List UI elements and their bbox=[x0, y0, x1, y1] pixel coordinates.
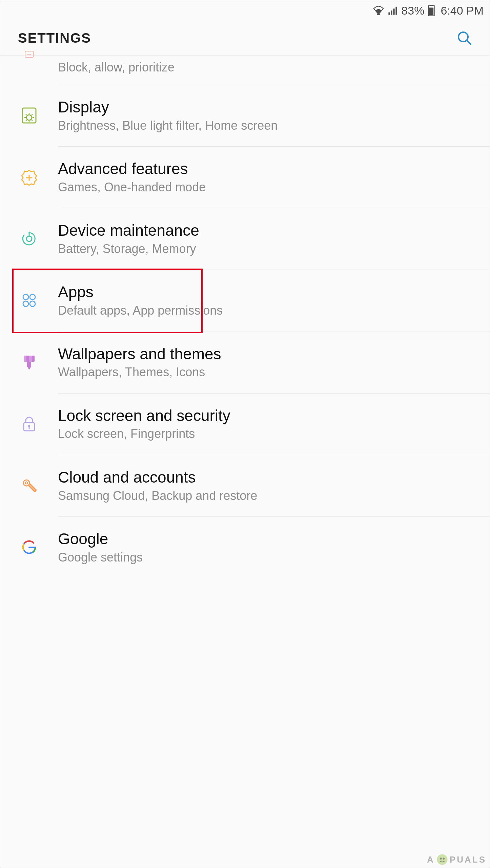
battery-pct: 83% bbox=[401, 4, 424, 17]
watermark-text-b: PUALS bbox=[450, 854, 486, 865]
search-button[interactable] bbox=[455, 29, 474, 48]
app-bar: SETTINGS bbox=[0, 21, 490, 56]
settings-list: Block, allow, prioritize DisplayBrightne… bbox=[0, 56, 490, 578]
settings-item-subtitle: Games, One-handed mode bbox=[58, 180, 479, 194]
divider bbox=[58, 146, 490, 147]
settings-item-subtitle: Google settings bbox=[58, 550, 479, 565]
settings-item-subtitle: Samsung Cloud, Backup and restore bbox=[58, 488, 479, 503]
divider bbox=[58, 208, 490, 208]
battery-icon bbox=[428, 5, 435, 16]
settings-item-text: GoogleGoogle settings bbox=[58, 530, 490, 565]
settings-item-subtitle: Wallpapers, Themes, Icons bbox=[58, 365, 479, 379]
settings-item-title: Lock screen and security bbox=[58, 407, 479, 425]
svg-rect-1 bbox=[391, 10, 392, 15]
settings-item-advanced[interactable]: Advanced featuresGames, One-handed mode bbox=[0, 146, 490, 208]
divider bbox=[58, 332, 490, 332]
settings-item-title: Google bbox=[58, 530, 479, 548]
settings-item-title: Display bbox=[58, 98, 479, 116]
svg-rect-22 bbox=[24, 356, 26, 362]
settings-item-title: Wallpapers and themes bbox=[58, 345, 479, 363]
settings-item-title: Device maintenance bbox=[58, 221, 479, 239]
settings-item-text: Cloud and accountsSamsung Cloud, Backup … bbox=[58, 468, 490, 503]
settings-item-text: Block, allow, prioritize bbox=[58, 56, 490, 75]
settings-item-subtitle: Default apps, App permissions bbox=[58, 303, 479, 318]
maintenance-icon bbox=[0, 229, 58, 248]
watermark-icon bbox=[436, 853, 448, 866]
device-frame: 83% 6:40 PM SETTINGS Block, allow, prior… bbox=[0, 0, 490, 868]
settings-item-text: AppsDefault apps, App permissions bbox=[58, 283, 490, 318]
status-bar: 83% 6:40 PM bbox=[0, 0, 490, 21]
svg-point-19 bbox=[23, 301, 28, 306]
settings-item-text: DisplayBrightness, Blue light filter, Ho… bbox=[58, 98, 490, 133]
svg-point-33 bbox=[443, 858, 445, 860]
svg-rect-6 bbox=[429, 8, 433, 15]
settings-item-wallpapers[interactable]: Wallpapers and themesWallpapers, Themes,… bbox=[0, 332, 490, 393]
svg-point-18 bbox=[30, 294, 35, 300]
divider bbox=[58, 516, 490, 517]
wifi-icon bbox=[373, 6, 384, 15]
svg-line-8 bbox=[467, 40, 471, 44]
settings-item-notifications[interactable]: Block, allow, prioritize bbox=[0, 56, 490, 85]
lock-icon bbox=[0, 415, 58, 433]
display-icon bbox=[0, 106, 58, 125]
settings-item-title: Cloud and accounts bbox=[58, 468, 479, 486]
apps-icon bbox=[0, 291, 58, 310]
settings-item-subtitle: Block, allow, prioritize bbox=[58, 60, 479, 75]
divider bbox=[58, 393, 490, 394]
settings-item-apps[interactable]: AppsDefault apps, App permissions bbox=[0, 270, 490, 331]
svg-rect-24 bbox=[27, 362, 31, 366]
settings-item-text: Wallpapers and themesWallpapers, Themes,… bbox=[58, 345, 490, 380]
watermark: A PUALS bbox=[427, 853, 486, 866]
settings-item-text: Advanced featuresGames, One-handed mode bbox=[58, 160, 490, 194]
svg-point-32 bbox=[440, 858, 442, 860]
page-title: SETTINGS bbox=[18, 30, 91, 46]
cloud-icon bbox=[0, 476, 58, 495]
settings-item-subtitle: Brightness, Blue light filter, Home scre… bbox=[58, 118, 479, 133]
settings-item-cloud[interactable]: Cloud and accountsSamsung Cloud, Backup … bbox=[0, 455, 490, 516]
settings-item-subtitle: Battery, Storage, Memory bbox=[58, 241, 479, 256]
settings-item-google[interactable]: GoogleGoogle settings bbox=[0, 516, 490, 578]
clock: 6:40 PM bbox=[441, 4, 484, 17]
watermark-text-a: A bbox=[427, 854, 435, 865]
svg-point-20 bbox=[30, 301, 35, 306]
settings-item-maintenance[interactable]: Device maintenanceBattery, Storage, Memo… bbox=[0, 208, 490, 270]
search-icon bbox=[456, 30, 473, 46]
divider bbox=[58, 455, 490, 455]
settings-item-text: Device maintenanceBattery, Storage, Memo… bbox=[58, 221, 490, 256]
svg-point-15 bbox=[26, 236, 32, 241]
svg-rect-0 bbox=[389, 13, 390, 15]
svg-point-17 bbox=[23, 294, 28, 300]
svg-rect-23 bbox=[29, 356, 32, 362]
svg-rect-3 bbox=[396, 7, 397, 15]
notifications-icon bbox=[0, 56, 58, 63]
google-icon bbox=[0, 538, 58, 557]
divider bbox=[58, 85, 490, 85]
divider bbox=[58, 270, 490, 270]
svg-point-29 bbox=[25, 482, 27, 484]
wallpapers-icon bbox=[0, 353, 58, 372]
signal-icon bbox=[388, 6, 398, 15]
settings-item-title: Advanced features bbox=[58, 160, 479, 178]
svg-point-31 bbox=[437, 854, 447, 865]
settings-item-display[interactable]: DisplayBrightness, Blue light filter, Ho… bbox=[0, 85, 490, 146]
svg-rect-2 bbox=[393, 8, 395, 15]
settings-item-lock[interactable]: Lock screen and securityLock screen, Fin… bbox=[0, 393, 490, 455]
svg-point-12 bbox=[26, 115, 32, 120]
settings-item-text: Lock screen and securityLock screen, Fin… bbox=[58, 407, 490, 441]
advanced-icon bbox=[0, 168, 58, 187]
settings-item-subtitle: Lock screen, Fingerprints bbox=[58, 426, 479, 441]
settings-item-title: Apps bbox=[58, 283, 479, 301]
